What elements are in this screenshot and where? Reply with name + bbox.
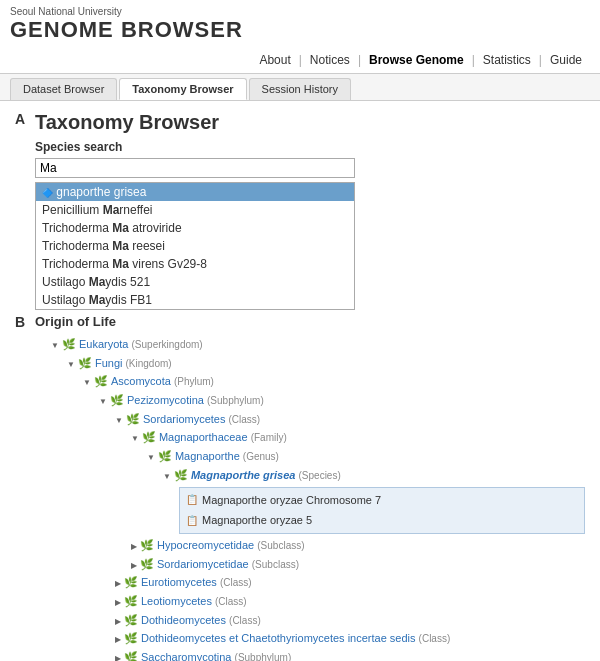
expand-eukaryota[interactable] (51, 335, 59, 354)
tab-taxonomy-browser[interactable]: Taxonomy Browser (119, 78, 246, 100)
leaf-icon-5: 📋 (186, 512, 198, 529)
expand-dothideomycetes[interactable] (115, 611, 121, 630)
expand-ascomycota[interactable] (83, 372, 91, 391)
title-browser: BROWSER (121, 17, 243, 42)
tree-node-eukaryota: 🌿 Eukaryota (Superkingdom) 🌿 Fungi (King… (51, 335, 585, 661)
tree-node-dothideomycetes-et: 🌿 Dothideomycetes et Chaetothyriomycetes… (115, 629, 585, 648)
expand-magnaporthe-grisea[interactable] (163, 466, 171, 485)
origin-title: Origin of Life (35, 314, 585, 329)
species-item-3[interactable]: Trichoderma Ma reesei (36, 237, 354, 255)
nav-notices[interactable]: Notices (302, 51, 358, 69)
tree-icon-magnaporthe-grisea: 🌿 (174, 466, 188, 485)
species-item-6[interactable]: Ustilago Maydis FB1 (36, 291, 354, 309)
tree-icon-ascomycota: 🌿 (94, 372, 108, 391)
expand-eurotiomycetes[interactable] (115, 573, 121, 592)
section-b-marker: B (15, 314, 29, 330)
tree-icon-eurotiomycetes: 🌿 (124, 573, 138, 592)
tree-icon-dothideomycetes: 🌿 (124, 611, 138, 630)
expand-magnaporthe-genus[interactable] (147, 447, 155, 466)
species-item-1[interactable]: Penicillium Marneffei (36, 201, 354, 219)
tree-icon-magnaporthe-genus: 🌿 (158, 447, 172, 466)
expand-fungi[interactable] (67, 354, 75, 373)
species-search-input[interactable] (35, 158, 355, 178)
tree-icon-saccharomycotina: 🌿 (124, 648, 138, 661)
magnaporthe-leaf-box: 📋 Magnaporthe oryzae Chromosome 7 (179, 487, 585, 534)
expand-magnaporthaceae[interactable] (131, 428, 139, 447)
tree-node-dothideomycetes: 🌿 Dothideomycetes (Class) (115, 611, 585, 630)
expand-pezizomycotina[interactable] (99, 391, 107, 410)
tree-icon-hypocreomycetidae: 🌿 (140, 536, 154, 555)
tree-icon-sordariomycetidae: 🌿 (140, 555, 154, 574)
tree-node-sordariomycetidae: 🌿 Sordariomycetidae (Subclass) (131, 555, 585, 574)
site-title: GENOME BROWSER (10, 17, 590, 43)
expand-hypocreomycetidae[interactable] (131, 536, 137, 555)
tree-node-leotiomycetes: 🌿 Leotiomycetes (Class) (115, 592, 585, 611)
tree-icon-dothideomycetes-et: 🌿 (124, 629, 138, 648)
leaf-label-chr7: Magnaporthe oryzae Chromosome 7 (202, 491, 381, 510)
tree-icon-eukaryota: 🌿 (62, 335, 76, 354)
tree-node-magnaporthe-grisea: 🌿 Magnaporthe grisea (Species) (163, 466, 585, 534)
species-item-0[interactable]: 🔷 gnaporthe grisea (36, 183, 354, 201)
tree-node-magnaporthaceae: 🌿 Magnaporthaceae (Family) (131, 428, 585, 533)
university-label: Seoul National University (10, 6, 590, 17)
tree-node-sordariomycetes: 🌿 Sordariomycetes (Class) (115, 410, 585, 574)
taxonomy-tree: 🌿 Eukaryota (Superkingdom) 🌿 Fungi (King… (35, 335, 585, 661)
nav-about[interactable]: About (251, 51, 298, 69)
species-item-5[interactable]: Ustilago Maydis 521 (36, 273, 354, 291)
species-item-2[interactable]: Trichoderma Ma atroviride (36, 219, 354, 237)
tree-node-fungi: 🌿 Fungi (Kingdom) 🌿 Ascomycota (Phylum) (67, 354, 585, 661)
section-a-row: A Taxonomy Browser Species search 🔷 gnap… (15, 111, 585, 310)
section-b-content: Origin of Life 🌿 Eukaryota (Superkingdom… (35, 314, 585, 661)
expand-leotiomycetes[interactable] (115, 592, 121, 611)
page-title: Taxonomy Browser (35, 111, 355, 134)
tab-dataset-browser[interactable]: Dataset Browser (10, 78, 117, 100)
tree-icon-sordariomycetes: 🌿 (126, 410, 140, 429)
leaf-item-chr7[interactable]: 📋 Magnaporthe oryzae Chromosome 7 (186, 490, 576, 511)
leaf-icon-chr7: 📋 (186, 491, 198, 508)
species-search-label: Species search (35, 140, 355, 154)
nav-statistics[interactable]: Statistics (475, 51, 539, 69)
leaf-item-5[interactable]: 📋 Magnaporthe oryzae 5 (186, 510, 576, 531)
nav-browse-genome[interactable]: Browse Genome (361, 51, 472, 69)
tree-icon-leotiomycetes: 🌿 (124, 592, 138, 611)
section-a-content: Taxonomy Browser Species search 🔷 gnapor… (35, 111, 355, 310)
tab-session-history[interactable]: Session History (249, 78, 351, 100)
species-item-4[interactable]: Trichoderma Ma virens Gv29-8 (36, 255, 354, 273)
section-a-marker: A (15, 111, 29, 127)
title-genome: GENOME (10, 17, 121, 42)
section-b-row: B Origin of Life 🌿 Eukaryota (Superkingd… (15, 314, 585, 661)
tree-node-hypocreomycetidae: 🌿 Hypocreomycetidae (Subclass) (131, 536, 585, 555)
main-content: A Taxonomy Browser Species search 🔷 gnap… (0, 101, 600, 661)
expand-sordariomycetes[interactable] (115, 410, 123, 429)
tree-icon-magnaporthaceae: 🌿 (142, 428, 156, 447)
tree-node-saccharomycotina: 🌿 Saccharomycotina (Subphylum) (115, 648, 585, 661)
leaf-label-5: Magnaporthe oryzae 5 (202, 511, 312, 530)
expand-saccharomycotina[interactable] (115, 648, 121, 661)
header: Seoul National University GENOME BROWSER… (0, 0, 600, 74)
species-list: 🔷 gnaporthe grisea Penicillium Marneffei… (35, 182, 355, 310)
tree-node-magnaporthe-genus: 🌿 Magnaporthe (Genus) (147, 447, 585, 534)
tree-icon-fungi: 🌿 (78, 354, 92, 373)
tree-icon-pezizomycotina: 🌿 (110, 391, 124, 410)
tree-node-eurotiomycetes: 🌿 Eurotiomycetes (Class) (115, 573, 585, 592)
nav-items: About | Notices | Browse Genome | Statis… (251, 51, 590, 69)
nav-guide[interactable]: Guide (542, 51, 590, 69)
species-icon-0: 🔷 (42, 188, 53, 198)
tabs: Dataset Browser Taxonomy Browser Session… (0, 74, 600, 101)
expand-sordariomycetidae[interactable] (131, 555, 137, 574)
nav: About | Notices | Browse Genome | Statis… (10, 47, 590, 73)
tree-node-ascomycota: 🌿 Ascomycota (Phylum) 🌿 (83, 372, 585, 661)
tree-node-pezizomycotina: 🌿 Pezizomycotina (Subphylum) (99, 391, 585, 661)
expand-dothideomycetes-et[interactable] (115, 629, 121, 648)
